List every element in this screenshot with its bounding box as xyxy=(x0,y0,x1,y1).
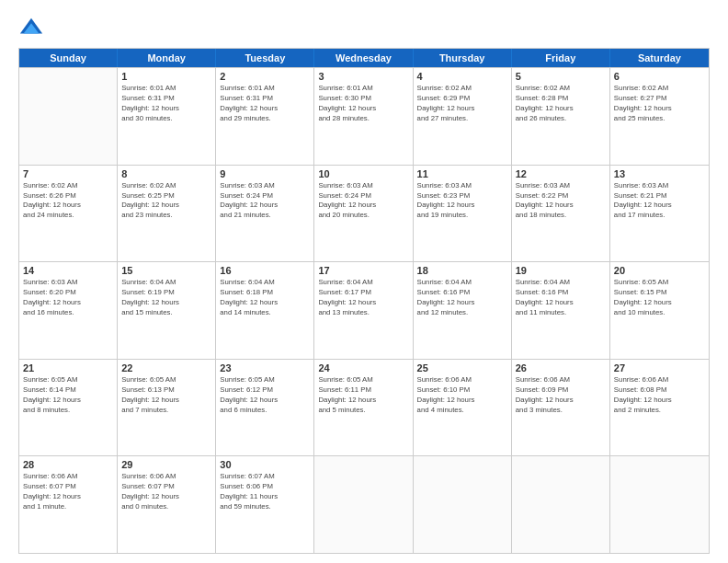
calendar-day-5: 5Sunrise: 6:02 AM Sunset: 6:28 PM Daylig… xyxy=(512,68,610,165)
day-info: Sunrise: 6:03 AM Sunset: 6:24 PM Dayligh… xyxy=(318,181,408,222)
calendar-row-4: 28Sunrise: 6:06 AM Sunset: 6:07 PM Dayli… xyxy=(19,455,709,553)
day-info: Sunrise: 6:06 AM Sunset: 6:07 PM Dayligh… xyxy=(121,472,211,512)
calendar-day-6: 6Sunrise: 6:02 AM Sunset: 6:27 PM Daylig… xyxy=(610,68,709,165)
calendar-day-27: 27Sunrise: 6:06 AM Sunset: 6:08 PM Dayli… xyxy=(610,360,709,456)
header-day-sunday: Sunday xyxy=(19,49,118,67)
day-number: 29 xyxy=(121,459,211,470)
calendar: SundayMondayTuesdayWednesdayThursdayFrid… xyxy=(18,48,710,554)
calendar-day-12: 12Sunrise: 6:03 AM Sunset: 6:22 PM Dayli… xyxy=(512,166,610,262)
day-number: 25 xyxy=(417,362,507,373)
header-day-monday: Monday xyxy=(118,49,216,67)
day-info: Sunrise: 6:02 AM Sunset: 6:25 PM Dayligh… xyxy=(121,181,211,222)
calendar-day-3: 3Sunrise: 6:01 AM Sunset: 6:30 PM Daylig… xyxy=(314,68,413,165)
calendar-day-15: 15Sunrise: 6:04 AM Sunset: 6:19 PM Dayli… xyxy=(118,262,216,359)
day-number: 6 xyxy=(614,71,705,82)
calendar-day-18: 18Sunrise: 6:04 AM Sunset: 6:16 PM Dayli… xyxy=(414,262,512,359)
day-number: 16 xyxy=(220,265,310,276)
day-info: Sunrise: 6:02 AM Sunset: 6:28 PM Dayligh… xyxy=(516,84,606,124)
day-number: 26 xyxy=(516,362,606,373)
day-number: 27 xyxy=(614,362,705,373)
day-info: Sunrise: 6:01 AM Sunset: 6:31 PM Dayligh… xyxy=(220,84,310,124)
day-info: Sunrise: 6:01 AM Sunset: 6:30 PM Dayligh… xyxy=(318,84,408,124)
day-info: Sunrise: 6:01 AM Sunset: 6:31 PM Dayligh… xyxy=(121,84,211,124)
header-day-tuesday: Tuesday xyxy=(216,49,314,67)
day-number: 12 xyxy=(516,168,606,179)
calendar-row-0: 1Sunrise: 6:01 AM Sunset: 6:31 PM Daylig… xyxy=(19,67,709,165)
calendar-day-empty-4-6 xyxy=(610,456,709,553)
logo xyxy=(18,15,48,40)
day-info: Sunrise: 6:06 AM Sunset: 6:10 PM Dayligh… xyxy=(417,375,507,416)
day-info: Sunrise: 6:02 AM Sunset: 6:27 PM Dayligh… xyxy=(614,84,705,124)
day-number: 1 xyxy=(121,71,211,82)
day-number: 15 xyxy=(121,265,211,276)
header-day-thursday: Thursday xyxy=(414,49,512,67)
day-number: 11 xyxy=(417,168,507,179)
day-number: 19 xyxy=(516,265,606,276)
day-number: 13 xyxy=(614,168,705,179)
calendar-day-14: 14Sunrise: 6:03 AM Sunset: 6:20 PM Dayli… xyxy=(19,262,118,359)
day-number: 9 xyxy=(220,168,310,179)
day-info: Sunrise: 6:05 AM Sunset: 6:12 PM Dayligh… xyxy=(220,375,310,416)
day-info: Sunrise: 6:06 AM Sunset: 6:07 PM Dayligh… xyxy=(23,472,113,512)
day-info: Sunrise: 6:05 AM Sunset: 6:15 PM Dayligh… xyxy=(614,278,705,318)
logo-icon xyxy=(18,15,44,40)
day-info: Sunrise: 6:02 AM Sunset: 6:26 PM Dayligh… xyxy=(23,181,113,222)
day-info: Sunrise: 6:04 AM Sunset: 6:18 PM Dayligh… xyxy=(220,278,310,318)
calendar-row-3: 21Sunrise: 6:05 AM Sunset: 6:14 PM Dayli… xyxy=(19,359,709,456)
calendar-day-4: 4Sunrise: 6:02 AM Sunset: 6:29 PM Daylig… xyxy=(414,68,512,165)
calendar-day-16: 16Sunrise: 6:04 AM Sunset: 6:18 PM Dayli… xyxy=(216,262,314,359)
calendar-day-1: 1Sunrise: 6:01 AM Sunset: 6:31 PM Daylig… xyxy=(118,68,216,165)
calendar-day-empty-4-5 xyxy=(512,456,610,553)
calendar-day-28: 28Sunrise: 6:06 AM Sunset: 6:07 PM Dayli… xyxy=(19,456,118,553)
day-info: Sunrise: 6:06 AM Sunset: 6:08 PM Dayligh… xyxy=(614,375,705,416)
calendar-day-empty-4-3 xyxy=(314,456,413,553)
day-info: Sunrise: 6:04 AM Sunset: 6:17 PM Dayligh… xyxy=(318,278,408,318)
calendar-day-7: 7Sunrise: 6:02 AM Sunset: 6:26 PM Daylig… xyxy=(19,166,118,262)
day-info: Sunrise: 6:03 AM Sunset: 6:22 PM Dayligh… xyxy=(516,181,606,222)
day-info: Sunrise: 6:03 AM Sunset: 6:21 PM Dayligh… xyxy=(614,181,705,222)
calendar-day-empty-4-4 xyxy=(414,456,512,553)
day-number: 21 xyxy=(23,362,113,373)
calendar-day-20: 20Sunrise: 6:05 AM Sunset: 6:15 PM Dayli… xyxy=(610,262,709,359)
calendar-body: 1Sunrise: 6:01 AM Sunset: 6:31 PM Daylig… xyxy=(19,67,709,553)
header-day-wednesday: Wednesday xyxy=(314,49,413,67)
day-number: 7 xyxy=(23,168,113,179)
calendar-day-17: 17Sunrise: 6:04 AM Sunset: 6:17 PM Dayli… xyxy=(314,262,413,359)
calendar-day-11: 11Sunrise: 6:03 AM Sunset: 6:23 PM Dayli… xyxy=(414,166,512,262)
calendar-day-empty-0-0 xyxy=(19,68,118,165)
day-number: 3 xyxy=(318,71,408,82)
day-number: 8 xyxy=(121,168,211,179)
day-info: Sunrise: 6:02 AM Sunset: 6:29 PM Dayligh… xyxy=(417,84,507,124)
calendar-day-19: 19Sunrise: 6:04 AM Sunset: 6:16 PM Dayli… xyxy=(512,262,610,359)
header-day-friday: Friday xyxy=(512,49,610,67)
day-info: Sunrise: 6:04 AM Sunset: 6:19 PM Dayligh… xyxy=(121,278,211,318)
header-day-saturday: Saturday xyxy=(610,49,709,67)
calendar-day-21: 21Sunrise: 6:05 AM Sunset: 6:14 PM Dayli… xyxy=(19,360,118,456)
calendar-day-13: 13Sunrise: 6:03 AM Sunset: 6:21 PM Dayli… xyxy=(610,166,709,262)
calendar-day-22: 22Sunrise: 6:05 AM Sunset: 6:13 PM Dayli… xyxy=(118,360,216,456)
calendar-day-23: 23Sunrise: 6:05 AM Sunset: 6:12 PM Dayli… xyxy=(216,360,314,456)
day-info: Sunrise: 6:06 AM Sunset: 6:09 PM Dayligh… xyxy=(516,375,606,416)
day-number: 28 xyxy=(23,459,113,470)
calendar-day-26: 26Sunrise: 6:06 AM Sunset: 6:09 PM Dayli… xyxy=(512,360,610,456)
calendar-header: SundayMondayTuesdayWednesdayThursdayFrid… xyxy=(19,49,709,67)
day-number: 30 xyxy=(220,459,310,470)
calendar-day-9: 9Sunrise: 6:03 AM Sunset: 6:24 PM Daylig… xyxy=(216,166,314,262)
calendar-day-29: 29Sunrise: 6:06 AM Sunset: 6:07 PM Dayli… xyxy=(118,456,216,553)
calendar-day-10: 10Sunrise: 6:03 AM Sunset: 6:24 PM Dayli… xyxy=(314,166,413,262)
day-info: Sunrise: 6:07 AM Sunset: 6:06 PM Dayligh… xyxy=(220,472,310,512)
day-info: Sunrise: 6:05 AM Sunset: 6:13 PM Dayligh… xyxy=(121,375,211,416)
day-number: 10 xyxy=(318,168,408,179)
day-info: Sunrise: 6:05 AM Sunset: 6:14 PM Dayligh… xyxy=(23,375,113,416)
calendar-day-2: 2Sunrise: 6:01 AM Sunset: 6:31 PM Daylig… xyxy=(216,68,314,165)
day-number: 24 xyxy=(318,362,408,373)
day-number: 5 xyxy=(516,71,606,82)
day-info: Sunrise: 6:05 AM Sunset: 6:11 PM Dayligh… xyxy=(318,375,408,416)
day-info: Sunrise: 6:03 AM Sunset: 6:23 PM Dayligh… xyxy=(417,181,507,222)
day-number: 14 xyxy=(23,265,113,276)
day-number: 20 xyxy=(614,265,705,276)
day-info: Sunrise: 6:04 AM Sunset: 6:16 PM Dayligh… xyxy=(516,278,606,318)
day-info: Sunrise: 6:03 AM Sunset: 6:24 PM Dayligh… xyxy=(220,181,310,222)
day-number: 17 xyxy=(318,265,408,276)
calendar-day-24: 24Sunrise: 6:05 AM Sunset: 6:11 PM Dayli… xyxy=(314,360,413,456)
